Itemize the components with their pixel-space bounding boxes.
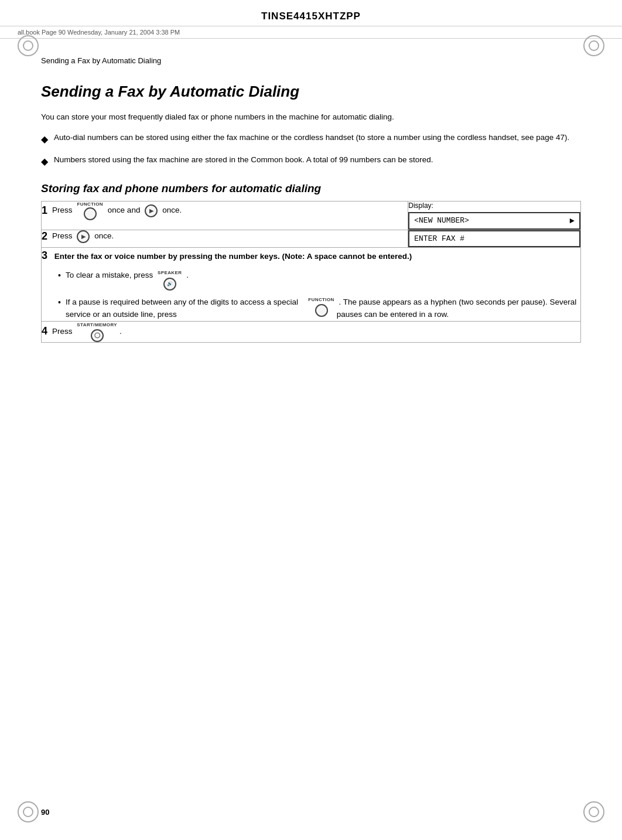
step-1-left: 1 Press FUNCTION once and ▶ [42,201,408,230]
step-row-3: 3 Enter the fax or voice number by press… [42,247,581,321]
step-row-4: 4 Press START/MEMORY ◯ . [42,321,581,342]
step-3-number: 3 [42,250,47,261]
main-heading: Sending a Fax by Automatic Dialing [41,83,581,101]
corner-decoration-bl [18,801,39,822]
step-2-left: 2 Press ▶ once. [42,230,408,247]
step-2-right: ENTER FAX # [408,230,581,247]
function-circle-1 [84,207,97,220]
sub-heading: Storing fax and phone numbers for automa… [41,182,581,195]
display-text-2: ENTER FAX # [414,234,464,243]
sub-bullet-text-2a: If a pause is required between any of th… [66,296,304,321]
section-label: Sending a Fax by Automatic Dialing [41,56,581,65]
step-3-sub-2: • If a pause is required between any of … [58,296,580,321]
step-row-2: 2 Press ▶ once. ENTER FAX # [42,230,581,247]
step-3-text: Enter the fax or voice number by pressin… [54,252,412,261]
function-label-3: FUNCTION [308,296,334,303]
file-info-bar: all.book Page 90 Wednesday, January 21, … [0,26,622,39]
corner-decoration-tr [583,35,604,56]
step-4-period: . [119,326,122,337]
step-1-right: Display: <NEW NUMBER> ► [408,201,581,230]
step-row-1: 1 Press FUNCTION once and ▶ [42,201,581,230]
start-memory-circle: ◯ [91,329,104,342]
sub-bullet-text-1a: To clear a mistake, press [66,269,153,282]
sub-bullet-text-2b: . The pause appears as a hyphen (two sec… [337,296,580,321]
bullet-diamond-1: ◆ [41,132,48,147]
step-2-once: once. [94,230,114,242]
function-button-1: FUNCTION [77,202,103,220]
step-4-press-label: Press [52,326,73,337]
page-header: TINSE4415XHTZPP [0,0,622,26]
step-2-press-label: Press [52,230,73,242]
sub-bullet-dot-1: • [58,269,61,282]
corner-decoration-br [583,801,604,822]
bullet-text-2: Numbers stored using the fax machine are… [54,154,433,166]
start-memory-button: START/MEMORY ◯ [77,322,117,342]
function-button-3: FUNCTION [308,296,334,317]
function-label-1: FUNCTION [77,202,103,207]
intro-paragraph: You can store your most frequently diale… [41,111,581,124]
file-info-text: all.book Page 90 Wednesday, January 21, … [18,29,180,36]
step-2-number: 2 [42,230,47,243]
start-memory-label: START/MEMORY [77,322,117,329]
step-3-full: 3 Enter the fax or voice number by press… [42,247,581,321]
step-1-number: 1 [42,204,47,217]
corner-decoration-tl [18,35,39,56]
header-title: TINSE4415XHTZPP [261,11,361,22]
steps-table: 1 Press FUNCTION once and ▶ [41,201,581,343]
bullet-diamond-2: ◆ [41,155,48,169]
bullet-text-1: Auto-dial numbers can be stored using ei… [54,132,569,144]
page-content: Sending a Fax by Automatic Dialing Sendi… [0,39,622,360]
step-3-sub-1: • To clear a mistake, press SPEAKER 🔊 . [58,269,580,290]
bullet-item-2: ◆ Numbers stored using the fax machine a… [41,154,581,169]
step-4-number: 4 [42,323,47,340]
sub-bullet-dot-2: • [58,296,61,309]
sub-bullet-text-1b: . [184,269,189,282]
step-1-press-label: Press [52,204,73,216]
speaker-circle: 🔊 [163,278,176,291]
step-1-once-and: once and [108,204,141,216]
speaker-button: SPEAKER 🔊 [158,269,182,290]
display-arrow-1: ► [570,216,575,226]
nav-circle-1: ▶ [145,204,158,217]
bullet-item-1: ◆ Auto-dial numbers can be stored using … [41,132,581,147]
step-4-full: 4 Press START/MEMORY ◯ . [42,321,581,342]
display-box-1: <NEW NUMBER> ► [408,212,580,230]
step-1-once: once. [162,204,182,216]
display-text-1: <NEW NUMBER> [414,216,469,225]
speaker-label: SPEAKER [158,269,182,276]
nav-button-1: ▶ [145,204,158,217]
function-circle-3 [315,304,328,317]
display-box-2: ENTER FAX # [408,230,580,247]
nav-circle-2: ▶ [77,230,90,243]
page-number: 90 [41,808,49,817]
display-label-1: Display: [408,202,580,210]
nav-button-2: ▶ [77,230,90,243]
